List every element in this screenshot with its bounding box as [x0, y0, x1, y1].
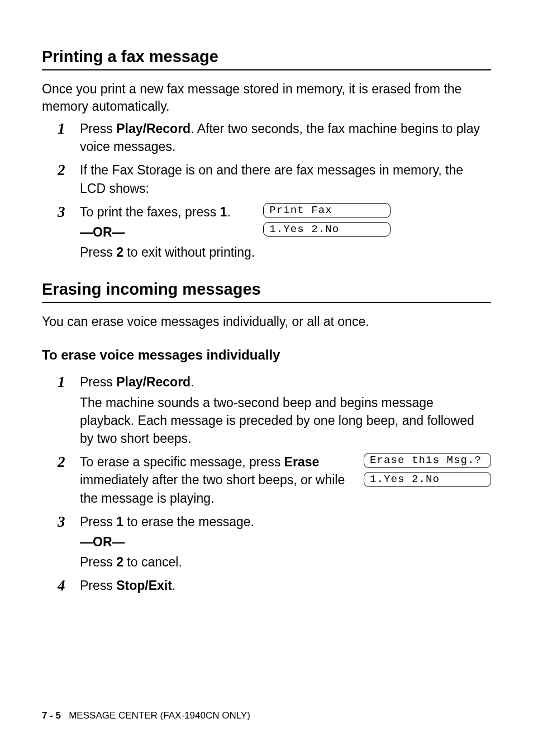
step-number: 1 — [58, 120, 80, 138]
text: Press — [80, 121, 116, 136]
step-item: 2 To erase a specific message, press Era… — [58, 453, 491, 509]
key-label: 1 — [220, 205, 227, 219]
lcd-display: 1.Yes 2.No — [364, 472, 491, 487]
step-content: Press Stop/Exit. — [80, 577, 491, 597]
text: immediately after the two short beeps, o… — [80, 472, 345, 505]
section1-intro: Once you print a new fax message stored … — [42, 81, 491, 115]
page-footer: 7 - 5 MESSAGE CENTER (FAX-1940CN ONLY) — [42, 710, 250, 721]
text: Press — [80, 375, 116, 389]
step-item: 2 If the Fax Storage is on and there are… — [58, 161, 491, 199]
step-number: 3 — [58, 203, 80, 221]
text: to exit without printing. — [123, 245, 255, 259]
subsection-heading: To erase voice messages individually — [42, 347, 491, 363]
section-heading-printing: Printing a fax message — [42, 48, 491, 70]
step-content: Press Play/Record. After two seconds, th… — [80, 120, 491, 158]
key-label: Play/Record — [116, 121, 191, 136]
section1-steps: 1 Press Play/Record. After two seconds, … — [42, 120, 491, 263]
text: to cancel. — [123, 555, 182, 569]
text: Press — [80, 245, 116, 259]
text: The machine sounds a two-second beep and… — [80, 394, 491, 448]
step-content: To print the faxes, press 1. —OR— Press … — [80, 203, 263, 264]
text: To erase a specific message, press — [80, 455, 284, 469]
text: . — [227, 205, 230, 219]
step-item: 1 Press Play/Record. After two seconds, … — [58, 120, 491, 158]
lcd-display: Print Fax — [263, 203, 391, 218]
page-number: 7 - 5 — [42, 710, 61, 721]
text: To print the faxes, press — [80, 205, 220, 219]
text: Press — [80, 555, 116, 569]
lcd-group: Print Fax 1.Yes 2.No — [263, 203, 391, 241]
lcd-display: 1.Yes 2.No — [263, 222, 391, 237]
section2-intro: You can erase voice messages individuall… — [42, 313, 491, 330]
step-content: To erase a specific message, press Erase… — [80, 453, 364, 509]
key-label: 1 — [116, 514, 123, 529]
or-separator: —OR— — [80, 533, 491, 551]
step-content: Press 1 to erase the message. —OR— Press… — [80, 513, 491, 574]
step-item: 1 Press Play/Record. The machine sounds … — [58, 373, 491, 450]
step-content: Press Play/Record. The machine sounds a … — [80, 373, 491, 450]
step-item: 3 Press 1 to erase the message. —OR— Pre… — [58, 513, 491, 574]
section2-steps: 1 Press Play/Record. The machine sounds … — [42, 373, 491, 597]
key-label: Play/Record — [116, 375, 191, 389]
step-item: 3 To print the faxes, press 1. —OR— Pres… — [58, 203, 491, 264]
step-item: 4 Press Stop/Exit. — [58, 577, 491, 597]
step-number: 2 — [58, 161, 80, 179]
step-content: If the Fax Storage is on and there are f… — [80, 161, 491, 199]
or-separator: —OR— — [80, 223, 255, 241]
step-number: 4 — [58, 577, 80, 594]
text: to erase the message. — [123, 514, 254, 529]
step-number: 2 — [58, 453, 80, 471]
key-label: 2 — [116, 555, 123, 569]
lcd-group: Erase this Msg.? 1.Yes 2.No — [364, 453, 491, 491]
text: Press — [80, 578, 116, 593]
step-number: 3 — [58, 513, 80, 531]
section-heading-erasing: Erasing incoming messages — [42, 280, 491, 303]
lcd-display: Erase this Msg.? — [364, 453, 491, 468]
text: If the Fax Storage is on and there are f… — [80, 161, 491, 197]
text: Press — [80, 514, 116, 529]
text: . — [172, 578, 175, 593]
key-label: Stop/Exit — [116, 578, 172, 593]
footer-title: MESSAGE CENTER (FAX-1940CN ONLY) — [69, 710, 250, 721]
step-number: 1 — [58, 373, 80, 391]
key-label: Erase — [284, 455, 320, 469]
key-label: 2 — [116, 245, 123, 259]
text: . — [191, 375, 194, 389]
